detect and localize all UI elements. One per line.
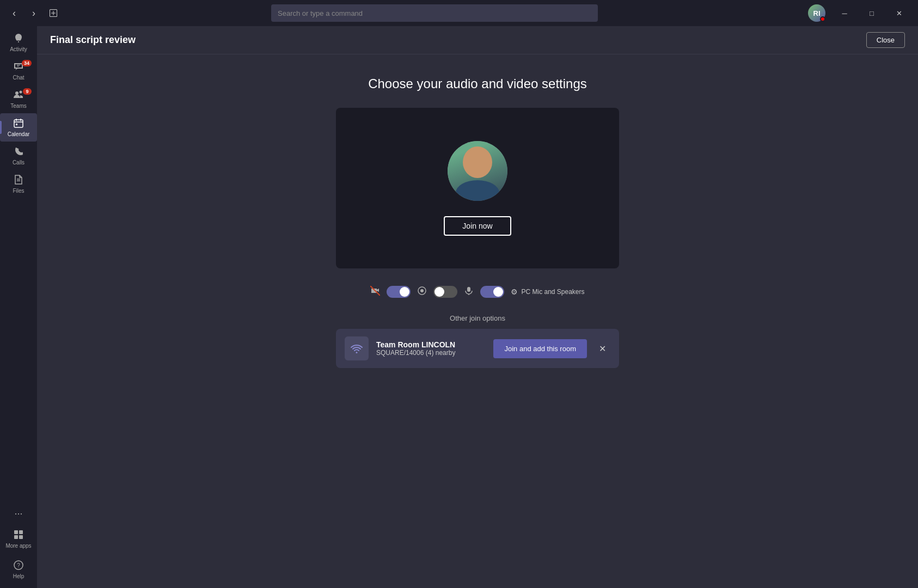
- svg-point-0: [15, 91, 19, 95]
- dismiss-room-button[interactable]: ✕: [595, 341, 610, 356]
- help-icon: ?: [13, 560, 24, 572]
- sidebar-item-calendar[interactable]: Calendar: [0, 113, 37, 142]
- page-title: Final script review: [50, 34, 136, 46]
- title-bar-left: ‹ ›: [7, 5, 61, 21]
- sidebar-item-activity-label: Activity: [10, 46, 27, 52]
- user-avatar-wrapper[interactable]: RI: [808, 4, 825, 22]
- sidebar-item-activity[interactable]: Activity: [0, 28, 37, 57]
- svg-rect-2: [14, 120, 23, 127]
- svg-text:?: ?: [17, 562, 20, 568]
- audio-device-label: ⚙ PC Mic and Speakers: [511, 287, 584, 296]
- svg-rect-6: [16, 124, 17, 125]
- files-icon: [13, 174, 24, 187]
- calendar-icon: [13, 118, 24, 130]
- room-name: Team Room LINCOLN: [376, 340, 486, 349]
- svg-rect-12: [19, 535, 23, 539]
- blur-icon: [417, 286, 427, 298]
- main-content: Final script review Close Choose your au…: [37, 26, 918, 588]
- join-room-button[interactable]: Join and add this room: [493, 339, 587, 358]
- close-button[interactable]: Close: [866, 32, 905, 48]
- sidebar-item-files-label: Files: [13, 188, 24, 194]
- av-settings-title: Choose your audio and video settings: [368, 76, 587, 91]
- avatar-status-badge: [820, 16, 825, 22]
- help-label: Help: [13, 573, 25, 579]
- svg-point-20: [356, 352, 358, 353]
- sidebar-item-chat[interactable]: 34 Chat: [0, 57, 37, 85]
- page-header: Final script review Close: [37, 26, 918, 54]
- activity-icon: [13, 33, 24, 45]
- svg-rect-9: [14, 530, 18, 534]
- video-preview: Join now: [336, 108, 619, 268]
- center-area: Choose your audio and video settings Joi…: [37, 54, 918, 588]
- more-apps-icon: [13, 529, 24, 542]
- sidebar: Activity 34 Chat 9 Teams: [0, 26, 37, 588]
- compose-button[interactable]: [46, 5, 61, 21]
- blur-toggle[interactable]: [433, 286, 457, 298]
- more-apps-label: More apps: [5, 543, 31, 549]
- room-info: Team Room LINCOLN SQUARE/14006 (4) nearb…: [376, 340, 486, 357]
- sidebar-item-help[interactable]: ? Help: [0, 555, 37, 584]
- sidebar-item-files[interactable]: Files: [0, 170, 37, 198]
- svg-rect-10: [19, 530, 23, 534]
- search-bar[interactable]: [271, 4, 598, 22]
- sidebar-item-teams[interactable]: 9 Teams: [0, 85, 37, 113]
- svg-point-1: [20, 91, 22, 94]
- user-avatar-preview: [448, 141, 507, 201]
- other-join-title: Other join options: [336, 314, 619, 322]
- forward-button[interactable]: ›: [26, 5, 41, 21]
- back-button[interactable]: ‹: [7, 5, 22, 21]
- room-details: SQUARE/14006 (4) nearby: [376, 349, 486, 357]
- blur-toggle-knob: [434, 287, 444, 297]
- sidebar-item-calls-label: Calls: [13, 160, 25, 166]
- controls-row: ⚙ PC Mic and Speakers: [370, 286, 584, 298]
- mic-toggle[interactable]: [480, 286, 504, 298]
- svg-point-17: [420, 289, 424, 292]
- chat-badge: 34: [22, 60, 32, 66]
- search-input[interactable]: [271, 4, 598, 22]
- sidebar-item-calendar-label: Calendar: [8, 131, 30, 137]
- title-bar: ‹ › RI ─ □ ✕: [0, 0, 918, 26]
- mic-toggle-knob: [493, 287, 503, 297]
- teams-icon: [13, 89, 24, 102]
- svg-rect-11: [14, 535, 18, 539]
- sidebar-item-teams-label: Teams: [10, 103, 26, 109]
- sidebar-item-chat-label: Chat: [13, 75, 24, 81]
- gear-icon[interactable]: ⚙: [511, 287, 518, 296]
- more-apps-button[interactable]: ···: [9, 503, 28, 525]
- app-body: Activity 34 Chat 9 Teams: [0, 26, 918, 588]
- svg-rect-18: [467, 287, 470, 292]
- camera-toggle-knob: [400, 287, 409, 297]
- calls-icon: [13, 146, 24, 158]
- wifi-icon: [345, 336, 369, 360]
- teams-badge: 9: [23, 88, 32, 95]
- room-card: Team Room LINCOLN SQUARE/14006 (4) nearb…: [336, 329, 619, 368]
- sidebar-item-calls[interactable]: Calls: [0, 142, 37, 170]
- maximize-button[interactable]: □: [859, 4, 884, 22]
- minimize-button[interactable]: ─: [832, 4, 857, 22]
- mic-icon: [464, 286, 474, 298]
- window-close-button[interactable]: ✕: [886, 4, 911, 22]
- camera-icon: [370, 286, 380, 298]
- other-join-section: Other join options Team Room LINCOLN SQU…: [336, 314, 619, 368]
- sidebar-item-more-apps[interactable]: More apps: [0, 525, 37, 553]
- camera-toggle[interactable]: [387, 286, 411, 298]
- join-now-button[interactable]: Join now: [444, 216, 511, 236]
- title-bar-right: RI ─ □ ✕: [808, 4, 911, 22]
